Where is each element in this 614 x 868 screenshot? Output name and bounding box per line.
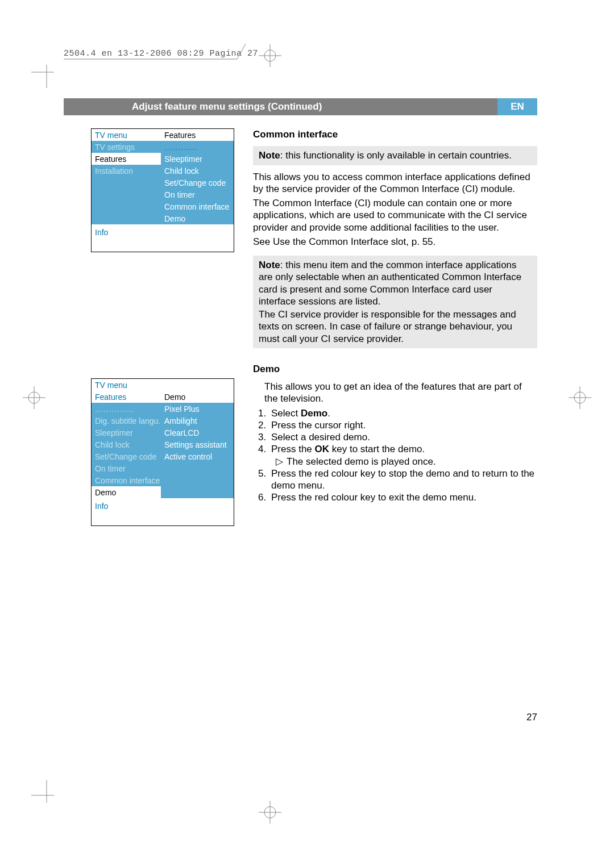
demo-intro: This allows you to get an idea of the fe… [264, 381, 537, 405]
menu2-right-1: Ambilight [161, 415, 234, 427]
tv-menu-demo: TV menu Features Demo .............. Pix… [91, 378, 234, 526]
menu2-right-4: Active control [161, 450, 234, 462]
crop-mark-bottom-left [31, 780, 63, 811]
menu1-right-3: On timer [161, 189, 234, 201]
tv-menu-features: TV menu Features TV settings ...........… [91, 128, 234, 252]
ci-para-1: This allows you to access common interfa… [253, 171, 537, 195]
menu1-right-2: Set/Change code [161, 177, 234, 189]
menu2-header-right: Demo [161, 391, 234, 403]
menu2-left-5: Common interface [92, 474, 161, 486]
menu2-header-features: Features [92, 391, 161, 403]
crop-mark-top-left [31, 57, 63, 88]
menu1-info: Info [92, 224, 234, 252]
ci-para-3: See Use the Common Interface slot, p. 55… [253, 236, 537, 248]
menu1-left-1: Features [92, 153, 161, 165]
menu1-right-dots: ............ [164, 143, 198, 152]
menu2-left-6: Demo [92, 486, 161, 498]
menu1-right-4: Common interface [161, 201, 234, 212]
registration-mark-top [259, 44, 281, 67]
note-box-1: Note: this functionality is only availab… [253, 146, 537, 165]
lang-badge: EN [497, 98, 537, 115]
menu2-right-2: ClearLCD [161, 427, 234, 439]
page-number: 27 [526, 712, 537, 723]
menu1-left-2: Installation [92, 165, 161, 177]
menu1-header-right: Features [161, 129, 234, 141]
menu2-left-dots: .............. [95, 404, 134, 414]
menu2-right-3: Settings assistant [161, 439, 234, 450]
page-title: Adjust feature menu settings (Continued) [132, 101, 322, 112]
menu2-left-0: Dig. subtitle langu. [92, 415, 161, 427]
menu2-left-4: On timer [92, 462, 161, 474]
note-box-2: Note: this menu item and the common inte… [253, 256, 537, 348]
print-header-line [64, 44, 257, 61]
menu1-left-0: TV settings [92, 141, 161, 153]
ci-para-2: The Common Interface (CI) module can con… [253, 197, 537, 233]
heading-common-interface: Common interface [253, 128, 537, 140]
registration-mark-bottom [259, 801, 281, 824]
heading-demo: Demo [253, 363, 537, 375]
menu2-info: Info [92, 498, 234, 525]
demo-steps: Select Demo. Press the cursor right. Sel… [253, 407, 537, 504]
menu2-left-1: Sleeptimer [92, 427, 161, 439]
menu1-right-1: Child lock [161, 165, 234, 177]
menu1-header-left: TV menu [92, 129, 161, 141]
menu1-right-5: Demo [161, 212, 234, 224]
title-bar: Adjust feature menu settings (Continued)… [64, 98, 537, 115]
menu2-header-left: TV menu [92, 379, 161, 391]
menu2-left-2: Child lock [92, 439, 161, 450]
registration-mark-right [569, 386, 591, 409]
menu1-right-0: Sleeptimer [161, 153, 234, 165]
menu2-left-3: Set/Change code [92, 450, 161, 462]
registration-mark-left [23, 386, 45, 409]
menu2-right-0: Pixel Plus [161, 403, 234, 415]
